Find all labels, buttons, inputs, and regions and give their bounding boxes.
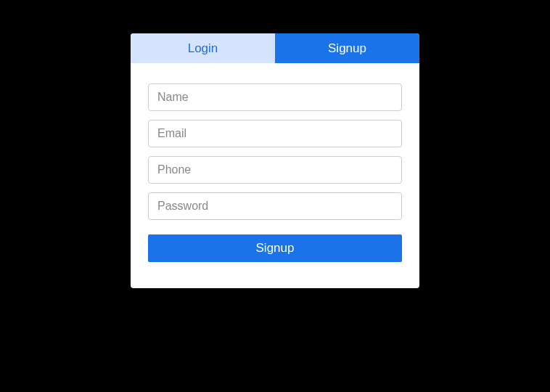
signup-form: Signup [131, 63, 419, 288]
auth-tabs: Login Signup [131, 33, 419, 63]
name-field[interactable] [148, 83, 402, 111]
email-field[interactable] [148, 120, 402, 147]
tab-login[interactable]: Login [131, 33, 275, 63]
tab-signup[interactable]: Signup [275, 33, 419, 63]
signup-button[interactable]: Signup [148, 234, 402, 262]
signup-card: Login Signup Signup [131, 33, 419, 288]
password-field[interactable] [148, 192, 402, 220]
phone-field[interactable] [148, 156, 402, 184]
